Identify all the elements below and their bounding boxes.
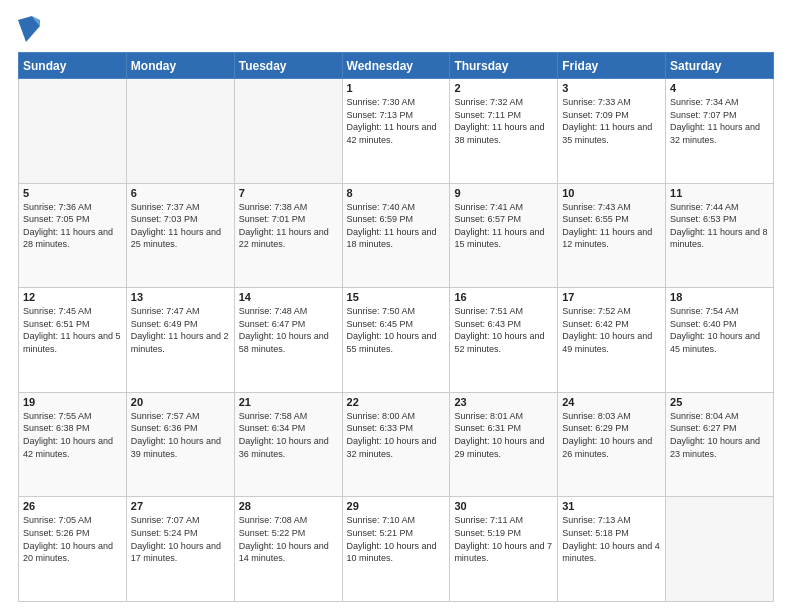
calendar-header-day: Thursday: [450, 53, 558, 79]
day-info: Sunrise: 7:37 AM Sunset: 7:03 PM Dayligh…: [131, 201, 230, 251]
day-number: 7: [239, 187, 338, 199]
day-number: 23: [454, 396, 553, 408]
calendar-day-cell: 17Sunrise: 7:52 AM Sunset: 6:42 PM Dayli…: [558, 288, 666, 393]
day-number: 19: [23, 396, 122, 408]
day-number: 8: [347, 187, 446, 199]
logo: [18, 16, 44, 42]
day-number: 1: [347, 82, 446, 94]
calendar-day-cell: 18Sunrise: 7:54 AM Sunset: 6:40 PM Dayli…: [666, 288, 774, 393]
calendar-day-cell: 10Sunrise: 7:43 AM Sunset: 6:55 PM Dayli…: [558, 183, 666, 288]
calendar-day-cell: [666, 497, 774, 602]
calendar-week-row: 1Sunrise: 7:30 AM Sunset: 7:13 PM Daylig…: [19, 79, 774, 184]
calendar-day-cell: 14Sunrise: 7:48 AM Sunset: 6:47 PM Dayli…: [234, 288, 342, 393]
calendar-table: SundayMondayTuesdayWednesdayThursdayFrid…: [18, 52, 774, 602]
day-info: Sunrise: 7:05 AM Sunset: 5:26 PM Dayligh…: [23, 514, 122, 564]
day-number: 22: [347, 396, 446, 408]
day-number: 29: [347, 500, 446, 512]
calendar-header-day: Saturday: [666, 53, 774, 79]
day-number: 3: [562, 82, 661, 94]
header: [18, 16, 774, 42]
calendar-day-cell: 16Sunrise: 7:51 AM Sunset: 6:43 PM Dayli…: [450, 288, 558, 393]
day-info: Sunrise: 7:38 AM Sunset: 7:01 PM Dayligh…: [239, 201, 338, 251]
day-number: 30: [454, 500, 553, 512]
day-info: Sunrise: 7:36 AM Sunset: 7:05 PM Dayligh…: [23, 201, 122, 251]
calendar-day-cell: 12Sunrise: 7:45 AM Sunset: 6:51 PM Dayli…: [19, 288, 127, 393]
day-info: Sunrise: 7:08 AM Sunset: 5:22 PM Dayligh…: [239, 514, 338, 564]
calendar-day-cell: 11Sunrise: 7:44 AM Sunset: 6:53 PM Dayli…: [666, 183, 774, 288]
day-info: Sunrise: 7:30 AM Sunset: 7:13 PM Dayligh…: [347, 96, 446, 146]
calendar-day-cell: 23Sunrise: 8:01 AM Sunset: 6:31 PM Dayli…: [450, 392, 558, 497]
day-info: Sunrise: 8:04 AM Sunset: 6:27 PM Dayligh…: [670, 410, 769, 460]
day-info: Sunrise: 7:34 AM Sunset: 7:07 PM Dayligh…: [670, 96, 769, 146]
calendar-day-cell: 7Sunrise: 7:38 AM Sunset: 7:01 PM Daylig…: [234, 183, 342, 288]
day-info: Sunrise: 7:43 AM Sunset: 6:55 PM Dayligh…: [562, 201, 661, 251]
page: SundayMondayTuesdayWednesdayThursdayFrid…: [0, 0, 792, 612]
calendar-header-day: Wednesday: [342, 53, 450, 79]
day-info: Sunrise: 7:32 AM Sunset: 7:11 PM Dayligh…: [454, 96, 553, 146]
calendar-day-cell: 25Sunrise: 8:04 AM Sunset: 6:27 PM Dayli…: [666, 392, 774, 497]
calendar-day-cell: 19Sunrise: 7:55 AM Sunset: 6:38 PM Dayli…: [19, 392, 127, 497]
day-info: Sunrise: 7:13 AM Sunset: 5:18 PM Dayligh…: [562, 514, 661, 564]
calendar-week-row: 12Sunrise: 7:45 AM Sunset: 6:51 PM Dayli…: [19, 288, 774, 393]
calendar-day-cell: 30Sunrise: 7:11 AM Sunset: 5:19 PM Dayli…: [450, 497, 558, 602]
calendar-day-cell: 24Sunrise: 8:03 AM Sunset: 6:29 PM Dayli…: [558, 392, 666, 497]
logo-icon: [18, 16, 40, 42]
day-info: Sunrise: 7:52 AM Sunset: 6:42 PM Dayligh…: [562, 305, 661, 355]
calendar-week-row: 26Sunrise: 7:05 AM Sunset: 5:26 PM Dayli…: [19, 497, 774, 602]
day-info: Sunrise: 7:48 AM Sunset: 6:47 PM Dayligh…: [239, 305, 338, 355]
calendar-week-row: 5Sunrise: 7:36 AM Sunset: 7:05 PM Daylig…: [19, 183, 774, 288]
day-number: 6: [131, 187, 230, 199]
day-info: Sunrise: 7:11 AM Sunset: 5:19 PM Dayligh…: [454, 514, 553, 564]
calendar-header-day: Sunday: [19, 53, 127, 79]
calendar-day-cell: 3Sunrise: 7:33 AM Sunset: 7:09 PM Daylig…: [558, 79, 666, 184]
calendar-day-cell: 4Sunrise: 7:34 AM Sunset: 7:07 PM Daylig…: [666, 79, 774, 184]
day-number: 20: [131, 396, 230, 408]
day-info: Sunrise: 7:33 AM Sunset: 7:09 PM Dayligh…: [562, 96, 661, 146]
calendar-day-cell: 29Sunrise: 7:10 AM Sunset: 5:21 PM Dayli…: [342, 497, 450, 602]
calendar-header-day: Friday: [558, 53, 666, 79]
day-info: Sunrise: 7:44 AM Sunset: 6:53 PM Dayligh…: [670, 201, 769, 251]
calendar-day-cell: 15Sunrise: 7:50 AM Sunset: 6:45 PM Dayli…: [342, 288, 450, 393]
day-number: 12: [23, 291, 122, 303]
day-number: 24: [562, 396, 661, 408]
day-number: 28: [239, 500, 338, 512]
day-number: 11: [670, 187, 769, 199]
calendar-day-cell: 26Sunrise: 7:05 AM Sunset: 5:26 PM Dayli…: [19, 497, 127, 602]
day-info: Sunrise: 7:41 AM Sunset: 6:57 PM Dayligh…: [454, 201, 553, 251]
calendar-header-day: Monday: [126, 53, 234, 79]
calendar-header-day: Tuesday: [234, 53, 342, 79]
day-info: Sunrise: 7:50 AM Sunset: 6:45 PM Dayligh…: [347, 305, 446, 355]
day-number: 31: [562, 500, 661, 512]
day-info: Sunrise: 7:07 AM Sunset: 5:24 PM Dayligh…: [131, 514, 230, 564]
day-info: Sunrise: 7:40 AM Sunset: 6:59 PM Dayligh…: [347, 201, 446, 251]
calendar-day-cell: 13Sunrise: 7:47 AM Sunset: 6:49 PM Dayli…: [126, 288, 234, 393]
day-number: 14: [239, 291, 338, 303]
day-info: Sunrise: 8:00 AM Sunset: 6:33 PM Dayligh…: [347, 410, 446, 460]
day-info: Sunrise: 7:58 AM Sunset: 6:34 PM Dayligh…: [239, 410, 338, 460]
day-info: Sunrise: 7:10 AM Sunset: 5:21 PM Dayligh…: [347, 514, 446, 564]
calendar-day-cell: 8Sunrise: 7:40 AM Sunset: 6:59 PM Daylig…: [342, 183, 450, 288]
day-number: 10: [562, 187, 661, 199]
calendar-day-cell: 1Sunrise: 7:30 AM Sunset: 7:13 PM Daylig…: [342, 79, 450, 184]
calendar-day-cell: 5Sunrise: 7:36 AM Sunset: 7:05 PM Daylig…: [19, 183, 127, 288]
calendar-day-cell: 2Sunrise: 7:32 AM Sunset: 7:11 PM Daylig…: [450, 79, 558, 184]
day-info: Sunrise: 7:45 AM Sunset: 6:51 PM Dayligh…: [23, 305, 122, 355]
day-info: Sunrise: 7:54 AM Sunset: 6:40 PM Dayligh…: [670, 305, 769, 355]
day-number: 5: [23, 187, 122, 199]
day-info: Sunrise: 8:01 AM Sunset: 6:31 PM Dayligh…: [454, 410, 553, 460]
day-number: 21: [239, 396, 338, 408]
calendar-day-cell: 28Sunrise: 7:08 AM Sunset: 5:22 PM Dayli…: [234, 497, 342, 602]
calendar-day-cell: 22Sunrise: 8:00 AM Sunset: 6:33 PM Dayli…: [342, 392, 450, 497]
day-info: Sunrise: 7:47 AM Sunset: 6:49 PM Dayligh…: [131, 305, 230, 355]
day-info: Sunrise: 7:57 AM Sunset: 6:36 PM Dayligh…: [131, 410, 230, 460]
day-number: 26: [23, 500, 122, 512]
day-info: Sunrise: 8:03 AM Sunset: 6:29 PM Dayligh…: [562, 410, 661, 460]
calendar-day-cell: 31Sunrise: 7:13 AM Sunset: 5:18 PM Dayli…: [558, 497, 666, 602]
day-number: 4: [670, 82, 769, 94]
calendar-day-cell: 20Sunrise: 7:57 AM Sunset: 6:36 PM Dayli…: [126, 392, 234, 497]
day-number: 27: [131, 500, 230, 512]
day-number: 25: [670, 396, 769, 408]
day-number: 18: [670, 291, 769, 303]
calendar-day-cell: 27Sunrise: 7:07 AM Sunset: 5:24 PM Dayli…: [126, 497, 234, 602]
day-info: Sunrise: 7:55 AM Sunset: 6:38 PM Dayligh…: [23, 410, 122, 460]
